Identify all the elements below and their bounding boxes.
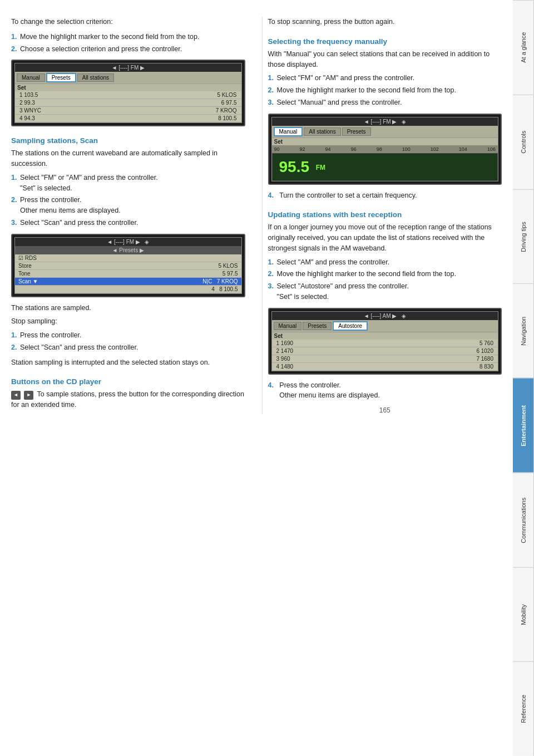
- screen1-row-2: 3 WNYC7 KROQ: [15, 107, 241, 115]
- section4-body: If on a longer journey you move out of t…: [268, 222, 502, 253]
- section4-steps: 1. Select "AM" and press the controller.…: [268, 257, 502, 302]
- left-column: To change the selection criterion: 1. Mo…: [11, 17, 251, 414]
- screen2-item-rds: ☑ RDS: [15, 254, 241, 262]
- screen1-tabs: Manual Presets All stations: [15, 72, 241, 84]
- screen2-item-extra: 4 8 100.5: [15, 286, 241, 293]
- screen2-topbar: ◄ [----] FM ▶ ◈: [15, 238, 241, 246]
- screen2-presets: ◄ Presets ▶: [15, 246, 241, 254]
- screen3-freq-scale: 90 92 94 96 98 100 102 104 106: [272, 145, 498, 153]
- screen4-set: Set: [272, 332, 498, 340]
- screen2-item-store: Store 5 KLOS: [15, 262, 241, 270]
- tab-controls[interactable]: Controls: [513, 95, 534, 189]
- section4-step-1: 1. Select "AM" and press the controller.: [268, 257, 502, 268]
- section3-step-1: 1. Select "FM" or "AM" and press the con…: [268, 73, 502, 84]
- section1-heading: Sampling stations, Scan: [11, 136, 245, 145]
- section1-steps: 1. Select "FM" or "AM" and press the con…: [11, 173, 245, 228]
- stations-sampled: The stations are sampled.: [11, 303, 245, 313]
- section1-step-2: 2. Press the controller.Other menu items…: [11, 195, 245, 216]
- right-column: To stop scanning, press the button again…: [262, 17, 502, 414]
- screen4-tab-autostore[interactable]: Autostore: [333, 321, 368, 331]
- screen3-topbar: ◄ [----] FM ▶ ◈: [272, 117, 498, 126]
- screen1-row-1: 2 99.36 97.5: [15, 99, 241, 107]
- intro-step-2: 2. Choose a selection criterion and pres…: [11, 44, 245, 55]
- next-button-icon: ►: [24, 391, 33, 400]
- screen3-tabs: Manual All stations Presets: [272, 126, 498, 138]
- screen4-rows: 1 16905 760 2 14706 1020 3 9607 1680 4 1…: [272, 340, 498, 371]
- screen3-tab-allstations[interactable]: All stations: [304, 127, 340, 136]
- screen1-inner: ◄ [----] FM ▶ Manual Presets All station…: [14, 63, 242, 123]
- screen4-row-3: 4 14808 830: [272, 363, 498, 371]
- section1-body: The stations on the current waveband are…: [11, 148, 245, 169]
- prev-button-icon: ◄: [11, 391, 21, 400]
- section3-steps: 1. Select "FM" or "AM" and press the con…: [268, 73, 502, 107]
- screen3-tab-presets[interactable]: Presets: [342, 127, 371, 136]
- screen3-freq-display: 95.5 FM: [272, 153, 498, 181]
- stop-step-1: 1. Press the controller.: [11, 330, 245, 341]
- section3-step-2: 2. Move the highlight marker to the seco…: [268, 85, 502, 96]
- intro-steps: 1. Move the highlight marker to the seco…: [11, 32, 245, 55]
- screen3-inner: ◄ [----] FM ▶ ◈ Manual All stations Pres…: [271, 117, 499, 181]
- intro-text: To change the selection criterion:: [11, 17, 245, 27]
- section2-heading: Buttons on the CD player: [11, 377, 245, 386]
- section4-heading: Updating stations with best reception: [268, 210, 502, 219]
- screen1-row-3: 4 94.38 100.5: [15, 115, 241, 122]
- screen1-mockup: ◄ [----] FM ▶ Manual Presets All station…: [11, 60, 245, 126]
- screen2-inner: ◄ [----] FM ▶ ◈ ◄ Presets ▶ ☑ RDS Store …: [14, 237, 242, 294]
- screen4-inner: ◄ [----] AM ▶ ◈ Manual Presets Autostore…: [271, 311, 499, 371]
- screen1-tab-allstations[interactable]: All stations: [77, 73, 114, 82]
- screen1-rows: 1 103.55 KLOS 2 99.36 97.5 3 WNYC7 KROQ …: [15, 91, 241, 122]
- screen1-row-0: 1 103.55 KLOS: [15, 91, 241, 99]
- section2-body: ◄ ► To sample stations, press the button…: [11, 389, 245, 410]
- screen1-set: Set: [15, 84, 241, 91]
- tab-navigation[interactable]: Navigation: [513, 283, 534, 378]
- screen3-mockup: ◄ [----] FM ▶ ◈ Manual All stations Pres…: [268, 114, 502, 185]
- screen2-item-tone: Tone 5 97.5: [15, 270, 241, 278]
- screen4-row-0: 1 16905 760: [272, 340, 498, 347]
- intro-step-1: 1. Move the highlight marker to the seco…: [11, 32, 245, 42]
- screen4-tab-manual[interactable]: Manual: [274, 322, 302, 330]
- screen3-tab-manual[interactable]: Manual: [274, 127, 303, 136]
- section3-heading: Selecting the frequency manually: [268, 37, 502, 46]
- tab-communications[interactable]: Communications: [513, 473, 534, 567]
- main-content: To change the selection criterion: 1. Mo…: [0, 0, 513, 431]
- section1-step-3: 3. Select "Scan" and press the controlle…: [11, 218, 245, 228]
- tab-mobility[interactable]: Mobility: [513, 567, 534, 662]
- section3-body: With "Manual" you can select stations th…: [268, 49, 502, 70]
- screen4-topbar: ◄ [----] AM ▶ ◈: [272, 312, 498, 320]
- tab-entertainment[interactable]: Entertainment: [513, 378, 534, 473]
- screen1-tab-manual[interactable]: Manual: [17, 73, 45, 82]
- stop-scan-text: To stop scanning, press the button again…: [268, 17, 502, 27]
- screen4-mockup: ◄ [----] AM ▶ ◈ Manual Presets Autostore…: [268, 308, 502, 375]
- tab-bar: At a glance Controls Driving tips Naviga…: [513, 0, 534, 756]
- step4b: 4. Press the controller. Other menu item…: [268, 380, 502, 401]
- screen4-row-2: 3 9607 1680: [272, 355, 498, 363]
- section1-step-1: 1. Select "FM" or "AM" and press the con…: [11, 173, 245, 194]
- screen1-topbar: ◄ [----] FM ▶: [15, 63, 241, 72]
- screen2-item-scan: Scan ▼ N|C 7 KROQ: [15, 278, 241, 286]
- section4-step-3: 3. Select "Autostore" and press the cont…: [268, 281, 502, 302]
- step4-text: 4. Turn the controller to set a certain …: [268, 190, 502, 201]
- screen3-set: Set: [272, 138, 498, 145]
- screen4-row-1: 2 14706 1020: [272, 347, 498, 355]
- tab-reference[interactable]: Reference: [513, 661, 534, 756]
- tab-driving-tips[interactable]: Driving tips: [513, 189, 534, 284]
- stop-sampling-label: Stop sampling:: [11, 316, 245, 327]
- screen2-mockup: ◄ [----] FM ▶ ◈ ◄ Presets ▶ ☑ RDS Store …: [11, 234, 245, 297]
- section3-step-3: 3. Select "Manual" and press the control…: [268, 97, 502, 108]
- tab-at-a-glance[interactable]: At a glance: [513, 0, 534, 95]
- screen4-tab-presets[interactable]: Presets: [303, 322, 332, 330]
- screen4-tabs: Manual Presets Autostore: [272, 320, 498, 332]
- section4-step-2: 2. Move the highlight marker to the seco…: [268, 269, 502, 279]
- stop-steps: 1. Press the controller. 2. Select "Scan…: [11, 330, 245, 353]
- stop-step-2: 2. Select "Scan" and press the controlle…: [11, 342, 245, 353]
- screen1-tab-presets[interactable]: Presets: [46, 73, 76, 82]
- page-number: 165: [268, 406, 502, 414]
- stop-note: Station sampling is interrupted and the …: [11, 357, 245, 368]
- screen2-menu: ☑ RDS Store 5 KLOS Tone 5 97.5 Scan ▼ N|…: [15, 254, 241, 293]
